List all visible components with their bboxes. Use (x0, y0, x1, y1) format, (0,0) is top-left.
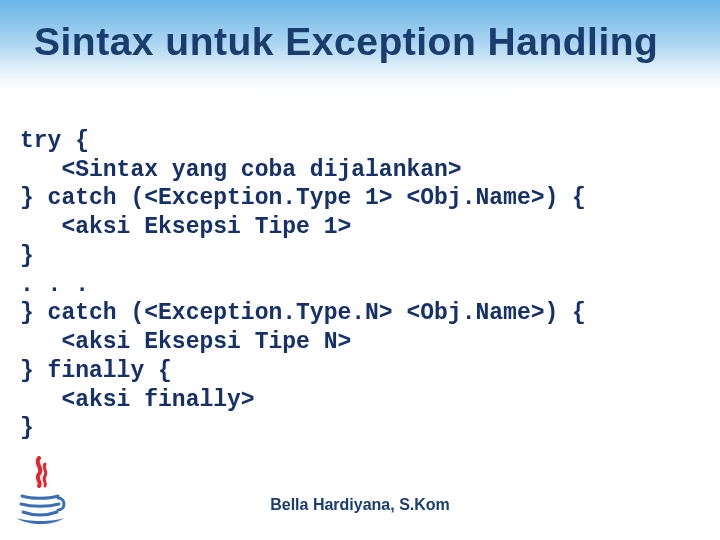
code-line: } catch (<Exception.Type.N> <Obj.Name>) … (20, 300, 586, 326)
code-line: . . . (20, 272, 89, 298)
code-line: <Sintax yang coba dijalankan> (20, 157, 462, 183)
title-bar: Sintax untuk Exception Handling (0, 0, 720, 92)
code-line: <aksi Eksepsi Tipe N> (20, 329, 351, 355)
code-line: } (20, 243, 34, 269)
code-line: <aksi finally> (20, 387, 255, 413)
java-logo-icon (12, 456, 66, 526)
code-line: } (20, 415, 34, 441)
code-line: } catch (<Exception.Type 1> <Obj.Name>) … (20, 185, 586, 211)
code-line: <aksi Eksepsi Tipe 1> (20, 214, 351, 240)
slide-title: Sintax untuk Exception Handling (0, 0, 720, 64)
code-line: } finally { (20, 358, 172, 384)
footer-author: Bella Hardiyana, S.Kom (0, 496, 720, 514)
code-line: try { (20, 128, 89, 154)
code-block: try { <Sintax yang coba dijalankan> } ca… (0, 92, 720, 443)
